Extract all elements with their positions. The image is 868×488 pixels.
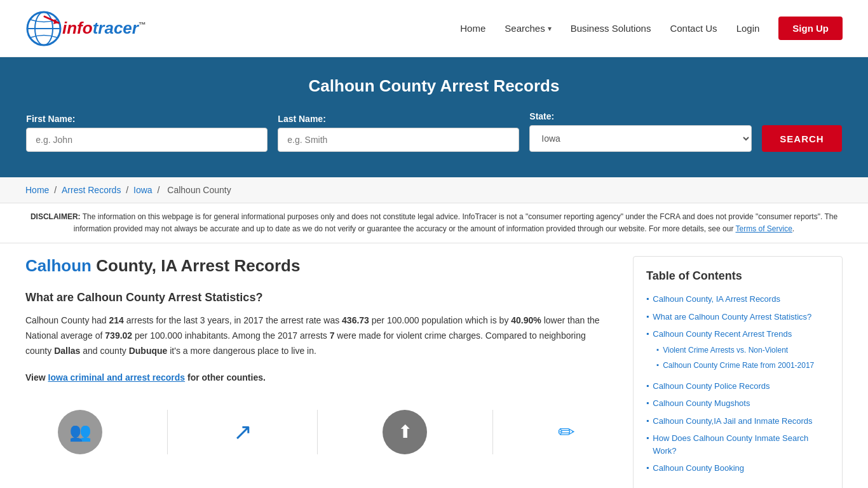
para1-end: it's a more dangerous place to live in. (167, 346, 316, 356)
toc-link-2[interactable]: What are Calhoun County Arrest Statistic… (653, 311, 811, 323)
disclaimer-period: . (792, 224, 794, 233)
logo-tracer: tracer (93, 18, 139, 37)
toc-subitem-3-1: Violent Crime Arrests vs. Non-Violent (656, 344, 814, 356)
first-name-label: First Name: (26, 114, 75, 124)
article-section: Calhoun County, IA Arrest Records What a… (25, 256, 633, 488)
main-nav: Home Searches ▾ Business Solutions Conta… (460, 17, 843, 40)
toc-link-1[interactable]: Calhoun County, IA Arrest Records (653, 293, 780, 306)
toc-title: Table of Contents (646, 269, 829, 283)
breadcrumb-sep1: / (54, 185, 59, 195)
para1-county1: Dallas (54, 346, 80, 356)
logo-tm: ™ (139, 20, 146, 29)
toc-list: Calhoun County, IA Arrest Records What a… (646, 293, 829, 475)
toc-item-5: Calhoun County Mugshots (646, 397, 829, 410)
disclaimer-bar: DISCLAIMER: The information on this webp… (0, 203, 868, 243)
disclaimer-tos-link[interactable]: Terms of Service (736, 224, 792, 233)
icon-item-1: 👥 (58, 410, 102, 454)
people-icon: 👥 (58, 410, 102, 454)
first-name-input[interactable] (26, 128, 268, 152)
nav-searches-wrapper[interactable]: Searches ▾ (505, 23, 551, 34)
section1-heading: What are Calhoun County Arrest Statistic… (25, 291, 607, 304)
icon-item-3: ⬆ (383, 410, 427, 454)
main-content: Calhoun County, IA Arrest Records What a… (0, 256, 868, 488)
toc-item-7: How Does Calhoun County Inmate Search Wo… (646, 432, 829, 457)
nav-home[interactable]: Home (460, 23, 485, 34)
article-title: Calhoun County, IA Arrest Records (25, 256, 607, 276)
search-form: First Name: Last Name: State: Iowa Alaba… (25, 111, 843, 152)
article-title-rest: County, IA Arrest Records (92, 256, 300, 275)
toc-subitem-3-2: Calhoun County Crime Rate from 2001-2017 (656, 360, 814, 371)
last-name-label: Last Name: (278, 114, 325, 124)
icon-item-4: ✏ (558, 420, 575, 444)
logo-icon (25, 10, 62, 47)
para1-mid2: per 100.000 population which is by (369, 315, 511, 325)
toc-link-5[interactable]: Calhoun County Mugshots (653, 397, 750, 410)
disclaimer-text: The information on this webpage is for g… (74, 212, 837, 233)
view-link[interactable]: Iowa criminal and arrest records (48, 372, 186, 383)
last-name-input[interactable] (278, 128, 519, 152)
toc-item-3: Calhoun County Recent Arrest Trends Viol… (646, 328, 829, 375)
arrow-up-icon: ↗ (233, 419, 252, 445)
icon-item-divider1 (167, 410, 168, 454)
toc-sublink-3-1[interactable]: Violent Crime Arrests vs. Non-Violent (663, 344, 788, 356)
para1-arrests: 214 (109, 315, 124, 325)
hero-title: Calhoun County Arrest Records (25, 76, 843, 96)
view-pre: View (25, 372, 48, 383)
para1-rate2: 739.02 (105, 330, 132, 341)
toc-sidebar: Table of Contents Calhoun County, IA Arr… (633, 256, 843, 488)
breadcrumb-sep3: / (158, 185, 163, 195)
first-name-group: First Name: (26, 114, 268, 152)
pen-icon: ✏ (558, 420, 575, 444)
state-group: State: Iowa Alabama Alaska Arizona Calif… (529, 111, 752, 152)
nav-business-solutions[interactable]: Business Solutions (571, 23, 651, 34)
last-name-group: Last Name: (278, 114, 519, 152)
icon-item-divider3 (492, 410, 493, 454)
toc-link-3[interactable]: Calhoun County Recent Arrest Trends (653, 329, 792, 339)
view-paragraph: View Iowa criminal and arrest records fo… (25, 370, 607, 386)
state-label: State: (529, 111, 554, 121)
toc-item-6: Calhoun County,IA Jail and Inmate Record… (646, 415, 829, 428)
para1-mid6: and county (80, 346, 128, 356)
hero-section: Calhoun County Arrest Records First Name… (0, 57, 868, 177)
breadcrumb-county: Calhoun County (167, 185, 231, 195)
para1-mid1: arrests for the last 3 years, in 2017 th… (124, 315, 342, 325)
scroll-up-icon: ⬆ (383, 410, 427, 454)
disclaimer-label: DISCLAIMER: (31, 212, 81, 221)
para1-rate1: 436.73 (342, 315, 369, 325)
toc-sublist-3: Violent Crime Arrests vs. Non-Violent Ca… (656, 344, 814, 371)
breadcrumb-iowa[interactable]: Iowa (133, 185, 153, 195)
nav-searches[interactable]: Searches (505, 23, 545, 34)
icons-row: 👥 ↗ ⬆ ✏ (25, 397, 607, 461)
toc-item-2: What are Calhoun County Arrest Statistic… (646, 311, 829, 323)
article-title-highlight: Calhoun (25, 256, 92, 275)
icon-item-2: ↗ (233, 419, 252, 445)
toc-item-4: Calhoun County Police Records (646, 380, 829, 393)
toc-link-6[interactable]: Calhoun County,IA Jail and Inmate Record… (653, 415, 812, 428)
search-button[interactable]: SEARCH (762, 125, 841, 152)
logo[interactable]: infotracer™ (25, 10, 146, 47)
nav-contact-us[interactable]: Contact Us (670, 23, 717, 34)
breadcrumb-sep2: / (126, 185, 131, 195)
breadcrumb-arrest-records[interactable]: Arrest Records (62, 185, 121, 195)
icon-item-divider2 (317, 410, 318, 454)
site-header: infotracer™ Home Searches ▾ Business Sol… (0, 0, 868, 57)
toc-link-4[interactable]: Calhoun County Police Records (653, 380, 770, 393)
breadcrumb: Home / Arrest Records / Iowa / Calhoun C… (0, 177, 868, 203)
para1-pct: 40.90% (511, 315, 541, 325)
signup-button[interactable]: Sign Up (778, 17, 843, 40)
breadcrumb-home[interactable]: Home (25, 185, 49, 195)
state-select[interactable]: Iowa Alabama Alaska Arizona California C… (529, 125, 752, 152)
login-button[interactable]: Login (736, 23, 760, 34)
toc-box: Table of Contents Calhoun County, IA Arr… (633, 256, 843, 488)
para1-pre: Calhoun County had (25, 315, 109, 325)
article-paragraph1: Calhoun County had 214 arrests for the l… (25, 313, 607, 358)
toc-item-8: Calhoun County Booking (646, 462, 829, 475)
view-post: for other counties. (185, 372, 266, 383)
logo-info: info (62, 18, 93, 37)
para1-county2: Dubuque (129, 346, 168, 356)
toc-sublink-3-2[interactable]: Calhoun County Crime Rate from 2001-2017 (663, 360, 814, 371)
searches-chevron-icon: ▾ (548, 24, 552, 33)
toc-link-8[interactable]: Calhoun County Booking (653, 462, 744, 475)
para1-mid4: per 100.000 inhabitants. Among the 2017 … (132, 330, 330, 341)
toc-link-7[interactable]: How Does Calhoun County Inmate Search Wo… (653, 432, 829, 457)
